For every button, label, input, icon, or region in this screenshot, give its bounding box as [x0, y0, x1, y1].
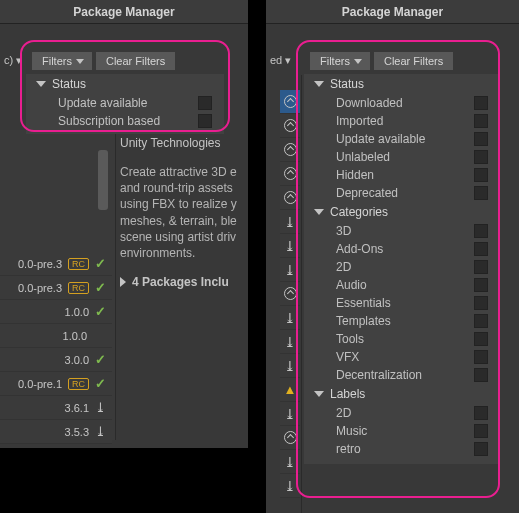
- chevron-down-icon: [314, 391, 324, 397]
- checkbox[interactable]: [474, 368, 488, 382]
- filter-item[interactable]: Update available: [304, 130, 500, 148]
- filter-item[interactable]: Audio: [304, 276, 500, 294]
- filter-group-label: Status: [52, 77, 86, 91]
- filter-item[interactable]: Add-Ons: [304, 240, 500, 258]
- filter-item[interactable]: Unlabeled: [304, 148, 500, 166]
- filter-group-header[interactable]: Status: [26, 74, 224, 94]
- filter-item-label: VFX: [336, 350, 359, 364]
- filter-item-label: Downloaded: [336, 96, 403, 110]
- checkbox[interactable]: [474, 350, 488, 364]
- package-row[interactable]: 0.0-pre.3RC✓: [0, 276, 112, 300]
- package-row[interactable]: 1.0.0: [0, 324, 112, 348]
- package-version: 0.0-pre.3: [18, 282, 62, 294]
- filter-group-label: Categories: [330, 205, 388, 219]
- package-version: 3.6.1: [65, 402, 89, 414]
- package-row[interactable]: 3.5.3⤓: [0, 420, 112, 444]
- filter-group-header[interactable]: Categories: [304, 202, 500, 222]
- filter-item[interactable]: Subscription based: [26, 112, 224, 130]
- filter-item-label: Music: [336, 424, 367, 438]
- download-icon: ⤓: [95, 424, 106, 439]
- package-row[interactable]: 3.6.1⤓: [0, 396, 112, 420]
- filter-item-label: Subscription based: [58, 114, 160, 128]
- package-version: 1.0.0: [63, 330, 87, 342]
- chevron-down-icon: [76, 59, 84, 64]
- filter-item-label: 3D: [336, 224, 351, 238]
- filter-item-label: Templates: [336, 314, 391, 328]
- filter-item[interactable]: Decentralization: [304, 366, 500, 384]
- filter-item[interactable]: 2D: [304, 258, 500, 276]
- filter-item[interactable]: Templates: [304, 312, 500, 330]
- filter-item-label: Decentralization: [336, 368, 422, 382]
- checkbox[interactable]: [474, 168, 488, 182]
- filter-item-label: retro: [336, 442, 361, 456]
- sort-fragment: c) ▾: [4, 54, 22, 67]
- filter-item-label: 2D: [336, 260, 351, 274]
- check-icon: ✓: [95, 352, 106, 367]
- panel-title: Package Manager: [0, 0, 248, 24]
- download-icon: ⤓: [95, 400, 106, 415]
- scrollbar-thumb[interactable]: [98, 150, 108, 210]
- rc-badge: RC: [68, 258, 89, 270]
- checkbox[interactable]: [198, 96, 212, 110]
- filter-group-header[interactable]: Status: [304, 74, 500, 94]
- checkbox[interactable]: [474, 296, 488, 310]
- checkbox[interactable]: [474, 224, 488, 238]
- filters-button[interactable]: Filters: [310, 52, 370, 70]
- chevron-down-icon: [354, 59, 362, 64]
- clear-filters-button[interactable]: Clear Filters: [96, 52, 175, 70]
- checkbox[interactable]: [474, 132, 488, 146]
- package-version: 3.5.3: [65, 426, 89, 438]
- check-icon: ✓: [95, 256, 106, 271]
- filter-item-label: Update available: [336, 132, 425, 146]
- checkbox[interactable]: [474, 424, 488, 438]
- package-row[interactable]: 1.0.0✓: [0, 300, 112, 324]
- checkbox[interactable]: [474, 150, 488, 164]
- filter-group-header[interactable]: Labels: [304, 384, 500, 404]
- filter-item[interactable]: 2D: [304, 404, 500, 422]
- checkbox[interactable]: [474, 406, 488, 420]
- package-row[interactable]: 0.0-pre.1RC✓: [0, 372, 112, 396]
- checkbox[interactable]: [474, 278, 488, 292]
- filter-item-label: Unlabeled: [336, 150, 390, 164]
- filter-item[interactable]: VFX: [304, 348, 500, 366]
- filters-button[interactable]: Filters: [32, 52, 92, 70]
- rc-badge: RC: [68, 282, 89, 294]
- chevron-right-icon: [120, 277, 126, 287]
- package-version: 0.0-pre.3: [18, 258, 62, 270]
- checkbox[interactable]: [474, 96, 488, 110]
- filter-item[interactable]: Hidden: [304, 166, 500, 184]
- filter-item[interactable]: Update available: [26, 94, 224, 112]
- filter-item-label: Update available: [58, 96, 147, 110]
- filter-item-label: 2D: [336, 406, 351, 420]
- package-row[interactable]: 0.0-pre.3RC✓: [0, 252, 112, 276]
- filter-item[interactable]: 3D: [304, 222, 500, 240]
- checkbox[interactable]: [474, 314, 488, 328]
- filter-item[interactable]: Essentials: [304, 294, 500, 312]
- package-version: 0.0-pre.1: [18, 378, 62, 390]
- checkbox[interactable]: [474, 442, 488, 456]
- clear-filters-button[interactable]: Clear Filters: [374, 52, 453, 70]
- checkbox[interactable]: [198, 114, 212, 128]
- filter-item[interactable]: Deprecated: [304, 184, 500, 202]
- filter-item-label: Hidden: [336, 168, 374, 182]
- rc-badge: RC: [68, 378, 89, 390]
- panel-title: Package Manager: [266, 0, 519, 24]
- checkbox[interactable]: [474, 332, 488, 346]
- checkbox[interactable]: [474, 242, 488, 256]
- checkbox[interactable]: [474, 114, 488, 128]
- filter-item[interactable]: Music: [304, 422, 500, 440]
- filter-item[interactable]: Downloaded: [304, 94, 500, 112]
- chevron-down-icon: [314, 81, 324, 87]
- checkbox[interactable]: [474, 260, 488, 274]
- package-row[interactable]: 3.0.0✓: [0, 348, 112, 372]
- sort-fragment: ed ▾: [270, 54, 291, 67]
- filter-item-label: Imported: [336, 114, 383, 128]
- filter-item[interactable]: Imported: [304, 112, 500, 130]
- package-version: 1.0.0: [65, 306, 89, 318]
- checkbox[interactable]: [474, 186, 488, 200]
- packages-included-toggle[interactable]: 4 Packages Inclu: [120, 269, 248, 295]
- filter-item[interactable]: Tools: [304, 330, 500, 348]
- filter-item[interactable]: retro: [304, 440, 500, 458]
- chevron-down-icon: [36, 81, 46, 87]
- check-icon: ✓: [95, 304, 106, 319]
